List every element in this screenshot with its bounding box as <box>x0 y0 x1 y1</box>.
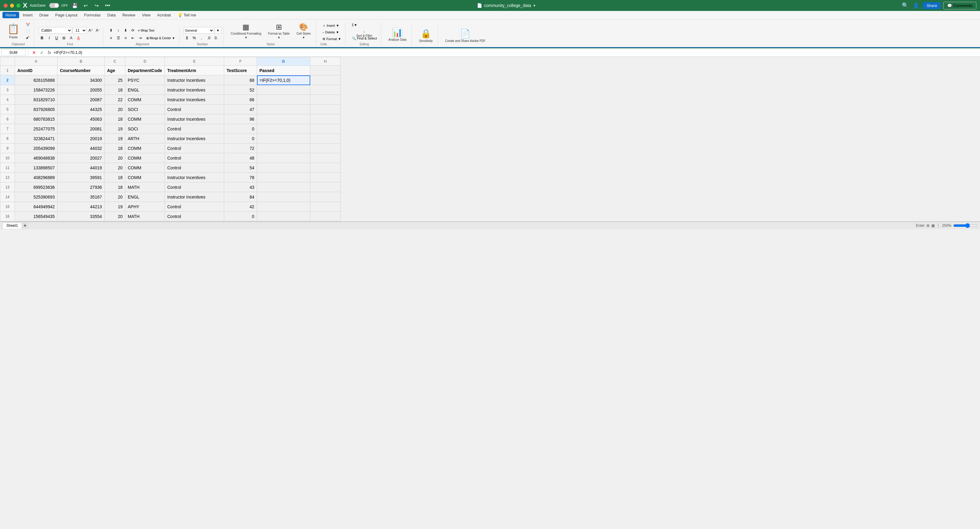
cell-h9[interactable] <box>310 143 340 153</box>
row-header-7[interactable]: 7 <box>0 124 15 134</box>
page-layout-icon[interactable]: ⊞ <box>926 224 929 228</box>
row-header-14[interactable]: 14 <box>0 192 15 202</box>
sheet-tab-sheet1[interactable]: Sheet1 <box>2 222 22 229</box>
cell-a3[interactable]: 158473226 <box>15 85 57 95</box>
cell-d4[interactable]: COMM <box>125 95 165 105</box>
cell-styles-button[interactable]: 🎨 Cell Styles ▼ <box>294 21 314 41</box>
align-top-button[interactable]: ⬆ <box>108 27 115 34</box>
conditional-formatting-button[interactable]: ▦ Conditional Formatting ▼ <box>228 21 265 41</box>
cell-g3[interactable] <box>257 85 310 95</box>
decrease-font-button[interactable]: A⁻ <box>95 27 101 34</box>
percent-button[interactable]: % <box>191 35 198 41</box>
create-pdf-button[interactable]: 📄 Create and Share Adobe PDF <box>442 25 489 46</box>
cell-f11[interactable]: 54 <box>224 163 257 173</box>
cell-d14[interactable]: ENGL <box>125 192 165 202</box>
menu-data[interactable]: Data <box>104 12 119 18</box>
cell-h14[interactable] <box>310 192 340 202</box>
cell-d3[interactable]: ENGL <box>125 85 165 95</box>
cell-g10[interactable] <box>257 153 310 163</box>
col-header-a[interactable]: A <box>15 57 57 66</box>
paste-button[interactable]: 📋 Paste <box>4 21 22 41</box>
cell-a16[interactable]: 156549435 <box>15 211 57 221</box>
cell-d5[interactable]: SOCI <box>125 105 165 114</box>
bold-button[interactable]: B <box>39 35 45 41</box>
cell-b16[interactable]: 33554 <box>57 211 105 221</box>
cell-a10[interactable]: 469048838 <box>15 153 57 163</box>
wrap-text-top-button[interactable]: ↵ Wrap Text <box>137 27 155 34</box>
cell-f13[interactable]: 43 <box>224 183 257 192</box>
cell-e1[interactable]: TreatmentArm <box>165 66 224 75</box>
cell-b8[interactable]: 20019 <box>57 134 105 143</box>
col-header-d[interactable]: D <box>125 57 165 66</box>
profile-button[interactable]: 👤 <box>912 1 920 10</box>
cell-h2[interactable] <box>310 75 340 85</box>
cell-c2[interactable]: 25 <box>105 75 125 85</box>
cell-c13[interactable]: 18 <box>105 183 125 192</box>
col-header-f[interactable]: F <box>224 57 257 66</box>
menu-tell-me[interactable]: 💡 Tell me <box>175 12 199 18</box>
cell-g8[interactable] <box>257 134 310 143</box>
row-header-2[interactable]: 2 <box>0 75 15 85</box>
cell-g14[interactable] <box>257 192 310 202</box>
cell-d11[interactable]: COMM <box>125 163 165 173</box>
menu-draw[interactable]: Draw <box>36 12 51 18</box>
row-header-12[interactable]: 12 <box>0 173 15 183</box>
cell-d6[interactable]: COMM <box>125 114 165 124</box>
cell-c3[interactable]: 18 <box>105 85 125 95</box>
cell-f5[interactable]: 47 <box>224 105 257 114</box>
font-color-button[interactable]: A <box>75 35 82 41</box>
cell-b9[interactable]: 44032 <box>57 143 105 153</box>
cell-b1[interactable]: CourseNumber <box>57 66 105 75</box>
cell-b6[interactable]: 45063 <box>57 114 105 124</box>
decrease-decimal-button[interactable]: 0. <box>213 35 220 41</box>
cell-f6[interactable]: 96 <box>224 114 257 124</box>
comma-button[interactable]: , <box>198 35 205 41</box>
cell-f14[interactable]: 84 <box>224 192 257 202</box>
cell-f4[interactable]: 66 <box>224 95 257 105</box>
merge-center-button[interactable]: ⊠ Merge & Center▼ <box>144 35 177 41</box>
font-size-select[interactable]: 11 <box>73 27 87 34</box>
cell-d10[interactable]: COMM <box>125 153 165 163</box>
cell-a7[interactable]: 252477075 <box>15 124 57 134</box>
cell-d8[interactable]: ARTH <box>125 134 165 143</box>
underline-button[interactable]: U <box>53 35 60 41</box>
minimize-button[interactable] <box>10 4 14 8</box>
cell-b7[interactable]: 20081 <box>57 124 105 134</box>
grid-wrapper[interactable]: A B C D E F G H 1 AnonID CourseNumber Ag… <box>0 57 980 221</box>
cell-a2[interactable]: 826105888 <box>15 75 57 85</box>
cell-d1[interactable]: DepartmentCode <box>125 66 165 75</box>
sum-button[interactable]: Σ▼ <box>350 22 379 28</box>
analyze-data-button[interactable]: 📊 Analyze Data <box>385 24 409 45</box>
cell-e3[interactable]: Instructor Incentives <box>165 85 224 95</box>
maximize-button[interactable] <box>16 4 21 8</box>
row-header-4[interactable]: 4 <box>0 95 15 105</box>
cell-d15[interactable]: APHY <box>125 202 165 211</box>
row-header-13[interactable]: 13 <box>0 183 15 192</box>
cell-e14[interactable]: Instructor Incentives <box>165 192 224 202</box>
cell-f15[interactable]: 42 <box>224 202 257 211</box>
cell-e6[interactable]: Instructor Incentives <box>165 114 224 124</box>
cell-h4[interactable] <box>310 95 340 105</box>
format-painter-button[interactable]: 🖌 <box>24 34 32 40</box>
delete-cells-button[interactable]: − Delete▼ <box>320 29 344 35</box>
align-middle-button[interactable]: ↕ <box>115 27 122 34</box>
normal-view-icon[interactable]: ▦ <box>931 224 935 228</box>
comments-button[interactable]: 💬 Comments <box>943 2 976 10</box>
add-sheet-button[interactable]: + <box>22 222 28 229</box>
cell-h15[interactable] <box>310 202 340 211</box>
cell-c4[interactable]: 22 <box>105 95 125 105</box>
cell-d2[interactable]: PSYC <box>125 75 165 85</box>
cell-g7[interactable] <box>257 124 310 134</box>
decrease-indent-button[interactable]: ⇤ <box>130 35 136 41</box>
col-header-h[interactable]: H <box>310 57 340 66</box>
cell-d13[interactable]: MATH <box>125 183 165 192</box>
cell-a8[interactable]: 323624471 <box>15 134 57 143</box>
cell-b10[interactable]: 20027 <box>57 153 105 163</box>
cell-g13[interactable] <box>257 183 310 192</box>
menu-review[interactable]: Review <box>119 12 138 18</box>
menu-formulas[interactable]: Formulas <box>81 12 104 18</box>
italic-button[interactable]: I <box>46 35 52 41</box>
cell-h6[interactable] <box>310 114 340 124</box>
cell-g1[interactable]: Passed <box>257 66 310 75</box>
cell-f2[interactable]: 68 <box>224 75 257 85</box>
